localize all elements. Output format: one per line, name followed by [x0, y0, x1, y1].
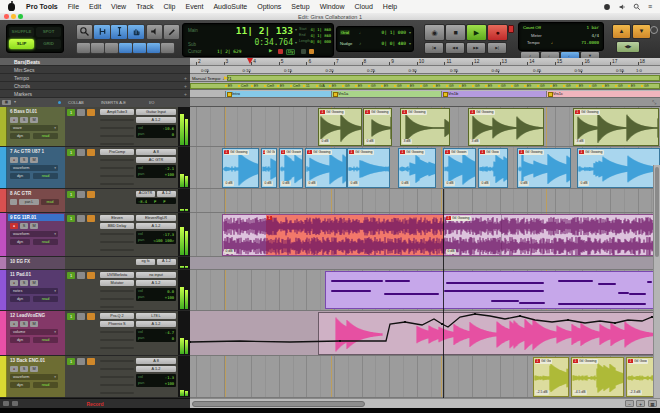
- clip-gain-badge[interactable]: -2.3 dB: [628, 390, 642, 395]
- solo-button[interactable]: S: [20, 280, 28, 286]
- go-to-end-button[interactable]: ▶|: [487, 42, 507, 54]
- vol-value[interactable]: -2.1: [165, 166, 174, 171]
- chord-label[interactable]: E9: [488, 84, 492, 88]
- insert-empty-slot[interactable]: [100, 175, 134, 177]
- chord-label[interactable]: G9: [566, 84, 571, 88]
- midi-note[interactable]: [331, 280, 383, 282]
- dyn-button[interactable]: dyn: [10, 173, 30, 179]
- mute-button[interactable]: M: [30, 321, 38, 327]
- midi-note[interactable]: [647, 281, 652, 283]
- track-lane-back-eng-01[interactable]: 1Gil Go-2.5 dB1Gil Gowing-4.5 dB1Gil Gow…: [190, 356, 660, 398]
- selector-tool-button[interactable]: [110, 24, 128, 40]
- clip-gain-badge[interactable]: 3 dB: [402, 139, 412, 144]
- min-secs-ruler[interactable]: 0:050:100:150:200:250:300:350:400:450:50…: [190, 66, 660, 74]
- ruler-name-bars-beats[interactable]: Bars|Beats: [0, 58, 190, 66]
- collab-button-1[interactable]: 1: [67, 358, 75, 365]
- insert-empty-slot[interactable]: [100, 384, 134, 386]
- midi-note[interactable]: [444, 290, 544, 292]
- output-selector[interactable]: A 1-2: [136, 223, 176, 229]
- vol-value[interactable]: -10.6: [163, 126, 174, 131]
- length-value[interactable]: 0| 0| 000: [310, 39, 331, 44]
- automation-mode-button[interactable]: read: [33, 133, 58, 139]
- record-arm-button[interactable]: ●: [10, 157, 18, 163]
- chord-label[interactable]: E9: [462, 84, 466, 88]
- mute-button[interactable]: M: [30, 117, 38, 123]
- insert-button[interactable]: Phoenix S: [100, 321, 134, 327]
- input-selector[interactable]: A 8: [136, 358, 176, 364]
- clip-gain-badge[interactable]: -4.5 dB: [573, 390, 587, 395]
- online-button[interactable]: ◉: [424, 24, 445, 41]
- clip-gain-badge[interactable]: 0 dB: [446, 249, 456, 254]
- audio-clip[interactable]: 1Gil Gowing3 dB: [400, 108, 450, 146]
- solo-button[interactable]: S: [20, 366, 28, 372]
- grid-dropdown-icon[interactable]: ▾: [409, 30, 411, 35]
- midi-note[interactable]: [558, 280, 593, 282]
- nudge-dropdown-icon[interactable]: ▾: [409, 41, 411, 46]
- fast-forward-button[interactable]: ▶▶: [466, 42, 486, 54]
- zoom-preset-2-button[interactable]: [90, 42, 105, 54]
- collab-button-1[interactable]: 1: [67, 191, 75, 198]
- clip-gain-badge[interactable]: 0 dB: [445, 181, 455, 186]
- chord-label[interactable]: G9: [475, 84, 480, 88]
- insert-empty-slot[interactable]: [100, 368, 134, 370]
- nudge-label[interactable]: Nudge: [340, 41, 352, 46]
- pan-value[interactable]: 0: [172, 336, 174, 341]
- bars-beats-ruler[interactable]: 23456789101112131415161718: [190, 58, 660, 66]
- menu-item-event[interactable]: Event: [185, 3, 203, 10]
- tempo-label[interactable]: Tempo: [527, 40, 540, 45]
- menu-item-file[interactable]: File: [68, 3, 79, 10]
- zoom-preset-4-button[interactable]: [118, 42, 133, 54]
- track-view-selector[interactable]: waveform▾: [10, 374, 58, 380]
- ruler-add-icon[interactable]: +: [184, 74, 187, 82]
- clip-gain-badge[interactable]: 0 dB: [224, 181, 234, 186]
- chord-label[interactable]: G9: [449, 84, 454, 88]
- stop-button[interactable]: ■: [445, 24, 466, 41]
- midi-note[interactable]: [384, 293, 439, 295]
- collab-button-2[interactable]: [77, 215, 85, 222]
- record-button[interactable]: ●: [487, 24, 508, 41]
- nudge-note-icon[interactable]: ♪: [359, 41, 361, 46]
- record-status-icon[interactable]: [278, 49, 283, 54]
- count-off-value[interactable]: 1 bar: [586, 25, 599, 30]
- zoom-preset-5-button[interactable]: [132, 42, 147, 54]
- insert-empty-slot[interactable]: [100, 376, 134, 378]
- pan-mini-button[interactable]: pan L: [19, 199, 39, 205]
- track-lane-pad-01[interactable]: [190, 270, 660, 311]
- collab-button-2[interactable]: [77, 313, 85, 320]
- pan-value[interactable]: +100: [165, 381, 174, 386]
- collab-button-1[interactable]: 1: [67, 313, 75, 320]
- insert-empty-slot[interactable]: [100, 347, 134, 349]
- play-button[interactable]: ▶: [466, 24, 487, 41]
- zoomer-tool-button[interactable]: [76, 24, 93, 40]
- pan-value[interactable]: 0: [172, 132, 174, 137]
- track-name[interactable]: 11 Pad.01: [8, 271, 64, 278]
- pencil-tool-button[interactable]: [163, 24, 180, 40]
- track-lane-eg-fx[interactable]: [190, 257, 660, 270]
- horizontal-scroll-thumb[interactable]: [192, 401, 365, 407]
- clip-gain-badge[interactable]: 0 dB: [349, 181, 359, 186]
- collab-button-1[interactable]: 1: [67, 215, 75, 222]
- automation-mode-button[interactable]: read: [33, 173, 58, 179]
- grid-note-icon[interactable]: ♩: [359, 30, 364, 35]
- automation-mode-button[interactable]: read: [33, 239, 58, 245]
- input-selector[interactable]: ACGTR: [136, 191, 155, 197]
- meter-value[interactable]: 4/4: [591, 33, 599, 38]
- insert-empty-slot[interactable]: [100, 290, 134, 292]
- chord-label[interactable]: G/A: [319, 84, 325, 88]
- playhead-marker[interactable]: [247, 58, 253, 64]
- record-arm-button[interactable]: ●: [10, 366, 18, 372]
- track-name[interactable]: 12 LeadVoxENG: [8, 312, 64, 319]
- pan-value[interactable]: <100 100>: [153, 238, 174, 243]
- clip-gain-badge[interactable]: 0 dB: [224, 249, 234, 254]
- track-view-selector[interactable]: wave▾: [10, 125, 58, 131]
- midi-note[interactable]: [491, 300, 519, 302]
- chord-label[interactable]: G9: [592, 84, 597, 88]
- track-name[interactable]: 7 Ac GTR U87 1: [8, 148, 64, 155]
- audio-clip[interactable]: 1Gil Gowing3 dB: [468, 108, 544, 146]
- collab-button-3[interactable]: [87, 358, 95, 365]
- chord-label[interactable]: E9: [605, 84, 609, 88]
- menu-item-clip[interactable]: Clip: [163, 3, 175, 10]
- shuffle-mode-button[interactable]: SHUFFLE: [9, 27, 34, 37]
- record-arm-button[interactable]: ●: [10, 280, 18, 286]
- chord-label[interactable]: Cm9: [293, 84, 300, 88]
